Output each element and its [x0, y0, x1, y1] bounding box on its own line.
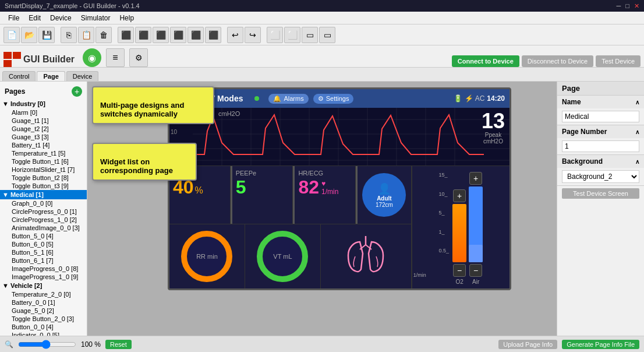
menu-help[interactable]: Help — [115, 12, 139, 24]
list-item[interactable]: CircleProgress_0_0 [1] — [0, 207, 87, 216]
bar-bottom-unit: 1/min — [413, 272, 426, 278]
tab-list[interactable]: ≡ — [106, 48, 125, 67]
air-minus-button[interactable]: − — [469, 264, 482, 277]
test-device-button[interactable]: Test Device — [596, 55, 641, 67]
screen1-button[interactable]: ⬜ — [267, 27, 283, 43]
props-pagenumber-field — [557, 138, 644, 154]
list-item[interactable]: ImageProgress_1_0 [9] — [0, 273, 87, 281]
list-item[interactable]: Temperature_t1 [5] — [0, 149, 87, 157]
tab-control[interactable]: Control — [2, 71, 36, 81]
background-dropdown[interactable]: Background_2 Background_1 None — [562, 170, 639, 183]
lung-widget — [321, 224, 412, 288]
zoom-slider[interactable] — [18, 340, 76, 349]
list-item[interactable]: Guage_5_0 [2] — [0, 307, 87, 315]
list-item[interactable]: Guage_t3 [3] — [0, 133, 87, 141]
undo-button[interactable]: ↩ — [227, 27, 243, 43]
zoom-level: 100 % — [81, 340, 101, 349]
menu-simulator[interactable]: Simulator — [76, 12, 115, 24]
minimize-icon[interactable]: ─ — [617, 2, 621, 10]
o2-minus-button[interactable]: − — [453, 264, 466, 277]
callout-widgetlist: Widget list on corresponding page — [92, 143, 197, 181]
new-button[interactable]: 📄 — [3, 27, 20, 43]
bar-panel: 15_ 10_ 5_ 1_ 0.5_ + − O2 — [412, 166, 509, 288]
paste-button[interactable]: 📋 — [78, 27, 94, 43]
tree-industry-header[interactable]: ▼ Industry [0] — [0, 99, 87, 108]
props-background-header[interactable]: Background ∧ — [557, 155, 644, 168]
align-top-button[interactable]: ⬛ — [170, 27, 186, 43]
list-item[interactable]: Button_0_0 [4] — [0, 323, 87, 331]
maximize-icon[interactable]: □ — [625, 2, 629, 10]
list-item[interactable]: Toggle Button_2_0 [3] — [0, 315, 87, 323]
menu-device[interactable]: Device — [45, 12, 76, 24]
list-item[interactable]: Indicator_0_0 [5] — [0, 331, 87, 336]
list-item[interactable]: Button_6_1 [7] — [0, 256, 87, 265]
list-item[interactable]: Graph_0_0 [0] — [0, 199, 87, 207]
test-device-screen-button[interactable]: Test Device Screen — [562, 188, 639, 199]
connect-button[interactable]: Connect to Device — [452, 55, 519, 67]
list-item[interactable]: Button_5_0 [4] — [0, 232, 87, 240]
align-right-button[interactable]: ⬛ — [153, 27, 169, 43]
tree-vehicle-header[interactable]: ▼ Vehicle [2] — [0, 281, 87, 290]
settings-button[interactable]: ⚙ Settings — [313, 94, 354, 104]
menu-edit[interactable]: Edit — [24, 12, 45, 24]
screen3-button[interactable]: ▭ — [302, 27, 318, 43]
props-name-field — [557, 108, 644, 125]
tab-home[interactable]: ◉ — [83, 48, 101, 67]
menu-file[interactable]: File — [3, 12, 24, 24]
chevron-up-icon: ∧ — [635, 159, 639, 165]
name-input[interactable] — [562, 111, 639, 122]
list-item[interactable]: Guage_t1 [1] — [0, 117, 87, 125]
list-item[interactable]: Battery_0_0 [1] — [0, 298, 87, 307]
list-item[interactable]: Guage_t2 [2] — [0, 125, 87, 133]
alarm-button[interactable]: 🔔 Alarms — [268, 94, 308, 104]
title-bar: SmartDisplay_7_example - GUI Builder - v… — [0, 0, 644, 12]
props-name-header[interactable]: Name ∧ — [557, 96, 644, 108]
add-page-button[interactable]: + — [72, 86, 82, 97]
o2-bar — [452, 204, 466, 262]
align-center-button[interactable]: ⬛ — [135, 27, 151, 43]
reset-button[interactable]: Reset — [105, 340, 132, 349]
list-item[interactable]: Toggle Button_t1 [6] — [0, 157, 87, 166]
chevron-down-icon: ▼ — [2, 100, 9, 107]
open-button[interactable]: 📂 — [21, 27, 37, 43]
upload-button[interactable]: Upload Page Info — [498, 340, 557, 349]
list-item[interactable]: Toggle Button_t3 [9] — [0, 182, 87, 190]
disconnect-button[interactable]: Disconnect to Device — [522, 55, 593, 67]
battery-area: 🔋 ⚡ AC 14:20 — [454, 94, 505, 103]
delete-button[interactable]: 🗑 — [95, 27, 112, 43]
title-text: SmartDisplay_7_example - GUI Builder - v… — [5, 2, 140, 9]
close-icon[interactable]: ✕ — [634, 2, 639, 10]
align-left-button[interactable]: ⬛ — [118, 27, 134, 43]
list-item[interactable]: Toggle Button_t2 [8] — [0, 174, 87, 182]
screen4-button[interactable]: ▭ — [319, 27, 335, 43]
list-item[interactable]: CircleProgress_1_0 [2] — [0, 216, 87, 224]
props-pagenumber-header[interactable]: Page Number ∧ — [557, 125, 644, 138]
screen2-button[interactable]: ⬜ — [284, 27, 300, 43]
distribute-button[interactable]: ⬛ — [205, 27, 221, 43]
list-item[interactable]: Button_6_0 [5] — [0, 240, 87, 248]
copy-button[interactable]: ⎘ — [61, 27, 77, 43]
air-plus-button[interactable]: + — [469, 172, 482, 185]
tab-page[interactable]: Page — [37, 71, 65, 81]
redo-button[interactable]: ↪ — [245, 27, 261, 43]
pagenumber-input[interactable] — [562, 140, 639, 152]
tab-settings[interactable]: ⚙ — [129, 48, 148, 67]
bar-chart: 15_ 10_ 5_ 1_ 0.5_ + − O2 — [412, 166, 509, 288]
o2-plus-button[interactable]: + — [453, 189, 466, 202]
tree-medical-header[interactable]: ▼ Medical [1] — [0, 190, 87, 199]
list-item[interactable]: ImageProgress_0_0 [8] — [0, 265, 87, 273]
list-item[interactable]: Button_5_1 [6] — [0, 248, 87, 256]
save-button[interactable]: 💾 — [38, 27, 55, 43]
tab-device[interactable]: Device — [66, 71, 99, 81]
list-item[interactable]: HorizontalSlider_t1 [7] — [0, 166, 87, 174]
air-bar-group: + − Air — [469, 172, 483, 285]
list-item[interactable]: Battery_t1 [4] — [0, 141, 87, 149]
list-item[interactable]: AnimatedImage_0_0 [3] — [0, 224, 87, 232]
list-item[interactable]: Temperature_2_0 [0] — [0, 290, 87, 298]
chevron-down-icon: ▼ — [2, 191, 9, 198]
bar-y-labels: 15_ 10_ 5_ 1_ 0.5_ — [439, 172, 450, 254]
generate-button[interactable]: Generate Page Info File — [562, 340, 639, 349]
list-item[interactable]: Alarm [0] — [0, 108, 87, 117]
align-middle-button[interactable]: ⬛ — [187, 27, 204, 43]
adult-info: 👤 Adult 172cm — [358, 166, 412, 224]
